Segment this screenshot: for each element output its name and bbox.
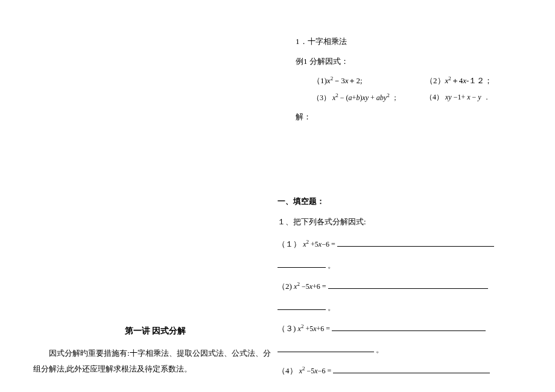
fill-blank-2[interactable] (328, 280, 488, 289)
lecture-title: 第一讲 因式分解 (33, 326, 278, 337)
fill-blank-1[interactable] (337, 238, 494, 247)
ex1-item3: （3） x2 − (a+b)xy + aby2 ； (296, 92, 425, 103)
q1-label: １、把下列各式分解因式: (278, 217, 543, 227)
blank-item-2: （2) x2 −5x+6 = (278, 280, 543, 292)
blank-item-4: （4） x2 −5x−6 = (278, 365, 543, 376)
solution-label: 解： (296, 112, 544, 122)
ex1-item2: （2）x2＋4x-１２； (425, 75, 492, 86)
fill-blank-2b[interactable] (278, 302, 326, 310)
fill-blank-3b[interactable] (278, 344, 374, 352)
exercises-heading: 一、填空题： (278, 196, 543, 207)
section-number: 1． (296, 37, 308, 46)
ex1-item1: （1)x2－3x＋2; (296, 75, 425, 86)
fill-blank-4b[interactable] (278, 386, 326, 392)
section1-title: 1．十字相乘法 (296, 36, 544, 47)
fill-blank-3[interactable] (332, 323, 486, 331)
example-label: 例1 分解因式： (296, 56, 544, 67)
blank-item-3: （３) x2 +5x+6 = (278, 323, 543, 334)
section-name: 十字相乘法 (308, 37, 347, 46)
fill-blank-1b[interactable] (278, 259, 326, 268)
ex1-item4: （4） xy −1+ x − y ． (425, 92, 490, 103)
fill-blank-4[interactable] (333, 365, 490, 373)
blank-item-1: （１） x2 +5x−6 = (278, 238, 543, 250)
lecture-intro: 因式分解旳重要措施有:十字相乘法、提取公因式法、公式法、分组分解法,此外还应理解… (33, 346, 278, 377)
